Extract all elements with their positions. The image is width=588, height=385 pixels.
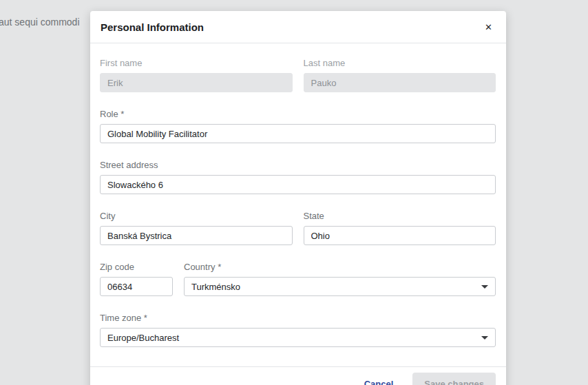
- modal-footer: Cancel Save changes: [90, 366, 506, 385]
- close-button[interactable]: ✕: [482, 20, 495, 34]
- country-label: Country *: [184, 262, 496, 272]
- city-state-row: City State: [100, 211, 496, 245]
- state-field: State: [304, 211, 496, 245]
- cancel-button[interactable]: Cancel: [361, 375, 397, 385]
- street-address-field: Street address: [100, 160, 496, 194]
- street-address-label: Street address: [100, 160, 496, 170]
- country-select-value: Turkménsko: [191, 282, 240, 292]
- chevron-down-icon: [481, 285, 488, 289]
- close-icon: ✕: [485, 22, 492, 32]
- city-input[interactable]: [100, 226, 293, 245]
- city-field: City: [100, 211, 293, 245]
- name-row: First name Last name: [100, 58, 496, 92]
- last-name-input: [304, 73, 496, 92]
- role-label: Role *: [100, 109, 496, 119]
- street-row: Street address: [100, 160, 496, 194]
- country-field: Country * Turkménsko: [184, 262, 496, 296]
- role-input[interactable]: [100, 124, 496, 143]
- zip-country-row: Zip code Country * Turkménsko: [100, 262, 496, 296]
- timezone-row: Time zone * Europe/Bucharest: [100, 313, 496, 347]
- first-name-label: First name: [100, 58, 293, 68]
- first-name-input: [100, 73, 293, 92]
- personal-information-modal: Personal Information ✕ First name Last n…: [90, 11, 506, 385]
- city-label: City: [100, 211, 293, 221]
- zip-code-label: Zip code: [100, 262, 173, 272]
- first-name-field: First name: [100, 58, 293, 92]
- country-select[interactable]: Turkménsko: [184, 277, 496, 296]
- time-zone-select[interactable]: Europe/Bucharest: [100, 328, 496, 347]
- last-name-label: Last name: [304, 58, 496, 68]
- chevron-down-icon: [481, 336, 488, 340]
- street-address-input[interactable]: [100, 175, 496, 194]
- time-zone-select-value: Europe/Bucharest: [107, 333, 179, 343]
- background-text: aut sequi commodi: [0, 17, 80, 28]
- state-label: State: [304, 211, 496, 221]
- state-input[interactable]: [304, 226, 496, 245]
- last-name-field: Last name: [304, 58, 496, 92]
- zip-code-input[interactable]: [100, 277, 173, 296]
- save-changes-button[interactable]: Save changes: [412, 373, 496, 385]
- role-row: Role *: [100, 109, 496, 143]
- time-zone-label: Time zone *: [100, 313, 496, 323]
- role-field: Role *: [100, 109, 496, 143]
- modal-title: Personal Information: [101, 21, 204, 33]
- zip-code-field: Zip code: [100, 262, 173, 296]
- modal-body: First name Last name Role * Street addre…: [90, 43, 506, 366]
- time-zone-field: Time zone * Europe/Bucharest: [100, 313, 496, 347]
- modal-header: Personal Information ✕: [90, 11, 506, 43]
